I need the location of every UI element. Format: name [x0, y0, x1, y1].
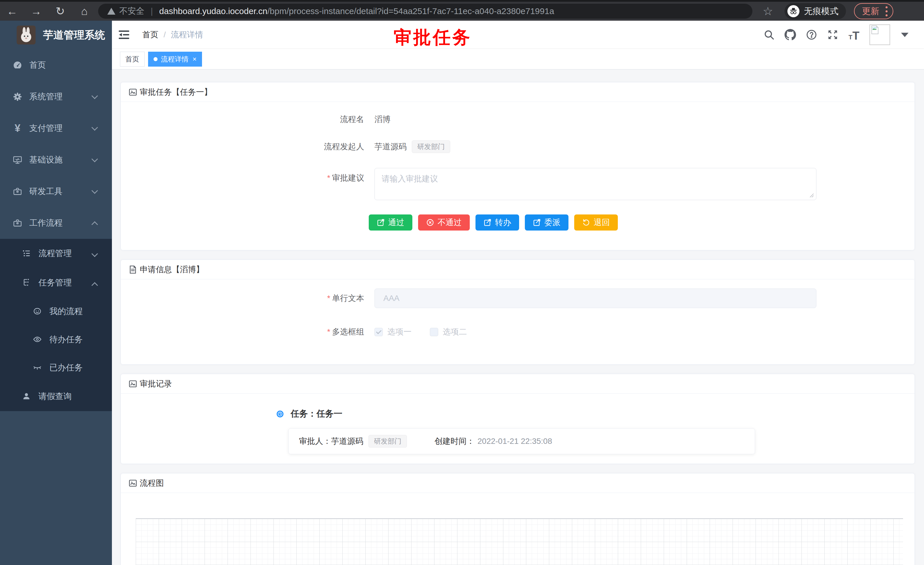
- resize-grip-icon[interactable]: [809, 192, 814, 198]
- card-title: 审批记录: [140, 379, 172, 389]
- sidebar-item-done-tasks[interactable]: 已办任务: [0, 354, 112, 382]
- record-detail-card: 审批人： 芋道源码 研发部门 创建时间： 2022-01-21 22:35:08: [288, 428, 755, 454]
- fullscreen-icon[interactable]: [827, 29, 838, 41]
- sidebar-item-system[interactable]: 系统管理: [0, 81, 112, 113]
- sidebar-item-todo-tasks[interactable]: 待办任务: [0, 326, 112, 354]
- home-icon[interactable]: ⌂: [72, 6, 96, 17]
- button-label: 通过: [388, 217, 404, 228]
- user-icon: [22, 392, 32, 401]
- sidebar-item-my-process[interactable]: 我的流程: [0, 298, 112, 326]
- tab-home[interactable]: 首页: [120, 52, 145, 67]
- approval-task-card: 审批任务【任务一】 流程名 滔博 流程发起人 芋道源码 研发部门: [120, 82, 915, 250]
- update-label: 更新: [862, 6, 879, 17]
- yen-icon: ¥: [13, 123, 22, 133]
- sidebar-item-infra[interactable]: 基础设施: [0, 144, 112, 176]
- tab-process-detail[interactable]: 流程详情 ×: [148, 52, 202, 67]
- tab-label: 首页: [125, 54, 139, 64]
- bpmn-canvas[interactable]: [136, 518, 903, 565]
- reload-icon[interactable]: ↻: [48, 6, 72, 17]
- card-title: 审批任务【任务一】: [140, 87, 212, 98]
- field-label: *审批建议: [121, 168, 364, 183]
- workflow-submenu: 流程管理 任务管理 我的流程 待办任务: [0, 239, 112, 411]
- incognito-label: 无痕模式: [804, 6, 838, 17]
- chevron-up-icon: [92, 221, 98, 228]
- font-size-icon[interactable]: TT: [848, 29, 860, 41]
- url-bar[interactable]: 不安全 | dashboard.yudao.iocoder.cn/bpm/pro…: [98, 4, 752, 19]
- tab-label: 流程详情: [161, 54, 189, 64]
- required-asterisk: *: [327, 294, 330, 303]
- reject-button[interactable]: 不通过: [418, 215, 470, 230]
- comment-row: *审批建议: [121, 168, 915, 201]
- avatar[interactable]: [870, 24, 890, 45]
- tab-close-icon[interactable]: ×: [192, 56, 196, 63]
- gear-icon: [13, 92, 22, 102]
- breadcrumb-home[interactable]: 首页: [142, 29, 158, 40]
- search-icon[interactable]: [763, 29, 775, 41]
- browser-menu-icon[interactable]: [885, 6, 888, 17]
- bookmark-star-icon[interactable]: ☆: [763, 5, 773, 18]
- github-icon[interactable]: [784, 29, 796, 41]
- card-title: 申请信息【滔博】: [140, 264, 204, 275]
- picture-icon: [128, 87, 138, 97]
- chevron-up-icon: [92, 282, 98, 289]
- sidebar-item-task-mgmt[interactable]: 任务管理: [0, 268, 112, 298]
- url-path: /bpm/process-instance/detail?id=54aa251f…: [267, 6, 554, 16]
- security-label: 不安全: [119, 6, 144, 17]
- record-card-body: 任务：任务一 审批人： 芋道源码 研发部门 创建时间： 2022-01-21 2…: [121, 394, 915, 454]
- comment-textarea[interactable]: [375, 168, 816, 200]
- transfer-button[interactable]: 转办: [476, 215, 519, 230]
- security-warning-icon: [107, 8, 116, 15]
- sidebar-item-workflow[interactable]: 工作流程: [0, 207, 112, 239]
- checkbox-group-row: *多选框组 选项一 选项二: [121, 326, 915, 337]
- sidebar-fold-icon[interactable]: [118, 29, 130, 41]
- approval-actions: 通过 不通过 转办 委派: [121, 215, 915, 230]
- sidebar-item-label: 任务管理: [39, 277, 72, 289]
- approve-button[interactable]: 通过: [369, 215, 412, 230]
- timeline-node: 任务：任务一: [121, 408, 915, 420]
- checkbox-option-1: 选项一: [375, 326, 411, 337]
- field-label: *多选框组: [121, 326, 364, 337]
- sidebar-item-label: 我的流程: [50, 306, 82, 317]
- briefcase-icon: [13, 218, 22, 228]
- caret-down-icon[interactable]: [901, 33, 909, 37]
- sidebar-item-devtools[interactable]: 研发工具: [0, 176, 112, 207]
- monitor-icon: [13, 155, 22, 165]
- page-content: 审批任务【任务一】 流程名 滔博 流程发起人 芋道源码 研发部门: [112, 69, 924, 565]
- document-icon: [128, 265, 138, 274]
- sidebar-item-process-mgmt[interactable]: 流程管理: [0, 239, 112, 268]
- return-button[interactable]: 退回: [574, 215, 618, 230]
- created-time: 2022-01-21 22:35:08: [477, 437, 552, 446]
- apply-info-card: 申请信息【滔博】 *单行文本 AAA *多选框组 选项一: [120, 260, 915, 365]
- created-label: 创建时间：: [435, 436, 475, 447]
- breadcrumb-current: 流程详情: [171, 29, 203, 40]
- sidebar-item-home[interactable]: 首页: [0, 50, 112, 81]
- record-card-header: 审批记录: [121, 374, 915, 394]
- update-button[interactable]: 更新: [854, 3, 893, 19]
- initiator-row: 流程发起人 芋道源码 研发部门: [121, 140, 915, 153]
- tags-view: 首页 流程详情 ×: [112, 49, 924, 69]
- sidebar: 芋道管理系统 首页 系统管理 ¥ 支付管理 基础设施: [0, 21, 112, 565]
- incognito-badge: 无痕模式: [784, 3, 846, 19]
- process-diagram-card: 流程图: [120, 473, 915, 565]
- approver-value: 芋道源码: [331, 436, 363, 447]
- sidebar-item-label: 请假查询: [39, 391, 72, 402]
- text-field-row: *单行文本 AAA: [121, 289, 915, 308]
- sidebar-item-label: 研发工具: [29, 186, 63, 197]
- delegate-button[interactable]: 委派: [525, 215, 568, 230]
- browser-toolbar: ← → ↻ ⌂ 不安全 | dashboard.yudao.iocoder.cn…: [0, 0, 924, 21]
- sidebar-item-leave-query[interactable]: 请假查询: [0, 382, 112, 411]
- face-icon: [33, 307, 42, 316]
- back-icon[interactable]: ←: [0, 6, 24, 17]
- header: 首页 / 流程详情 审批任务 TT: [112, 21, 924, 49]
- sidebar-item-label: 工作流程: [29, 217, 63, 229]
- process-name-row: 流程名 滔博: [121, 114, 915, 125]
- sidebar-item-payment[interactable]: ¥ 支付管理: [0, 113, 112, 144]
- clock-icon: [276, 410, 284, 418]
- comment-textarea-wrap: [375, 168, 816, 201]
- chevron-down-icon: [92, 156, 98, 162]
- dept-tag: 研发部门: [369, 435, 407, 448]
- help-icon[interactable]: [806, 29, 817, 41]
- list-icon: [22, 249, 32, 258]
- app-logo-row[interactable]: 芋道管理系统: [0, 21, 112, 50]
- forward-icon[interactable]: →: [24, 6, 48, 17]
